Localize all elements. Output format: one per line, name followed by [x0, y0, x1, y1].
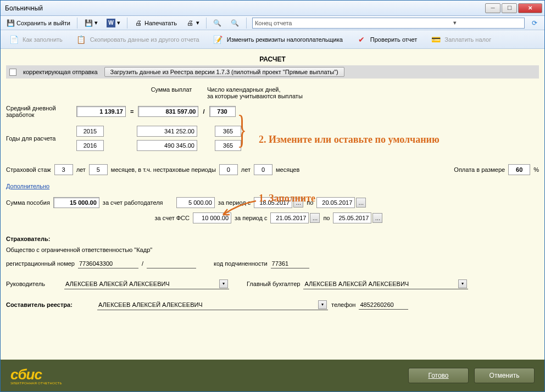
reg-number-2[interactable] [147, 259, 196, 268]
fss-to-date[interactable]: 25.05.2017 [333, 212, 371, 223]
benefit-sum[interactable]: 15 000.00 [53, 197, 99, 208]
avg-value[interactable]: 1 139.17 [76, 106, 126, 117]
fss-amount[interactable]: 10 000.00 [193, 212, 231, 223]
header-days: Число календарных дней, за которые учиты… [207, 86, 317, 99]
year-0[interactable]: 2015 [76, 126, 104, 137]
correcting-checkbox[interactable] [9, 69, 16, 76]
help-icon: 📄 [8, 34, 19, 45]
insurer-org: Общество с ограниченной ответственностью… [6, 247, 539, 253]
content-area: РАСЧЕТ корректирующая отправка Загрузить… [1, 49, 544, 360]
calendar-button[interactable]: … [293, 198, 303, 208]
toolbar-secondary: 📄 Как заполнить 📋 Скопировать данные из … [1, 30, 544, 49]
pay-tax-button[interactable]: 💳 Заплатить налог [426, 32, 496, 47]
cancel-button[interactable]: Отменить [474, 368, 535, 383]
exp-label: Страховой стаж [6, 166, 51, 173]
year-0-sum[interactable]: 341 252.00 [137, 126, 197, 137]
chevron-down-icon: ▾ [458, 279, 467, 288]
print-button[interactable]: 🖨 Напечатать [131, 17, 180, 29]
calendar-button[interactable]: … [310, 213, 320, 223]
reg-number[interactable] [78, 259, 138, 268]
ok-button[interactable]: Готово [408, 368, 469, 383]
window-title: Больничный [3, 4, 485, 12]
years-label: Годы для расчета [6, 135, 72, 142]
how-fill-button[interactable]: 📄 Как заполнить [4, 32, 67, 47]
load-registry-button[interactable]: Загрузить данные из Реестра версии 1.7.3… [104, 67, 344, 77]
correcting-row: корректирующая отправка Загрузить данные… [6, 65, 539, 79]
maximize-button[interactable]: ☐ [502, 3, 517, 13]
avg-label: Средний дневной заработок [6, 105, 72, 118]
year-1-days[interactable]: 365 [215, 140, 241, 151]
year-1[interactable]: 2016 [76, 140, 104, 151]
edit-icon: 📝 [213, 34, 224, 45]
year-0-days[interactable]: 365 [215, 126, 241, 137]
printer-icon: 🖨 [134, 19, 143, 27]
employer-amount[interactable]: 5 000.00 [176, 197, 215, 208]
word-button[interactable]: W▾ [103, 17, 124, 29]
insurer-title: Страхователь: [6, 236, 539, 242]
logo: сбис ЭЛЕКТРОННАЯ ОТЧЕТНОСТЬ [10, 366, 62, 385]
chevron-down-icon: ▾ [388, 19, 522, 26]
titlebar: Больничный ─ ☐ ✕ [1, 1, 544, 16]
word-icon: W [107, 19, 115, 27]
calendar-button[interactable]: … [372, 213, 382, 223]
refresh-icon: ⟳ [530, 19, 539, 27]
zoom-out-icon: 🔍 [231, 19, 240, 27]
footer: сбис ЭЛЕКТРОННАЯ ОТЧЕТНОСТЬ Готово Отмен… [1, 360, 544, 391]
save-exit-icon: 💾 [6, 19, 15, 27]
pay-pct[interactable]: 60 [508, 164, 530, 175]
section-title: РАСЧЕТ [6, 53, 539, 65]
benefit-sum-label: Сумма пособия [6, 199, 50, 206]
zoom-in-icon: 🔍 [213, 19, 222, 27]
head-combo[interactable]: АЛЕКСЕЕВ АЛЕКСЕЙ АЛЕКСЕЕВИЧ ▾ [64, 278, 229, 289]
phone-input[interactable] [359, 300, 408, 310]
fss-from-date[interactable]: 21.05.2017 [270, 212, 309, 223]
sub-code[interactable] [271, 259, 309, 268]
copy-icon: 📋 [76, 34, 87, 45]
additional-link[interactable]: Дополнительно [6, 183, 49, 189]
refresh-button[interactable]: ⟳ [527, 17, 542, 29]
zoom-out-button[interactable]: 🔍 [227, 17, 243, 29]
ni-years[interactable]: 0 [219, 164, 238, 175]
print-settings-icon: 🖨 [186, 19, 194, 27]
minimize-button[interactable]: ─ [485, 3, 500, 13]
disk-icon: 💾 [84, 19, 93, 27]
check-report-button[interactable]: ✔ Проверить отчет [352, 32, 422, 47]
toolbar-primary: 💾 Сохранить и выйти 💾▾ W▾ 🖨 Напечатать 🖨… [1, 16, 544, 30]
zoom-in-button[interactable]: 🔍 [210, 17, 225, 29]
emp-to-date[interactable]: 20.05.2017 [316, 197, 355, 208]
check-icon: ✔ [356, 34, 367, 45]
exp-years[interactable]: 3 [54, 164, 73, 175]
header-sum: Сумма выплат [136, 86, 207, 99]
copy-data-button[interactable]: 📋 Скопировать данные из другого отчета [71, 32, 204, 47]
accountant-combo[interactable]: АЛЕКСЕЕВ АЛЕКСЕЙ АЛЕКСЕЕВИЧ ▾ [303, 278, 468, 289]
save-exit-button[interactable]: 💾 Сохранить и выйти [3, 17, 74, 29]
total-sum[interactable]: 831 597.00 [138, 106, 198, 117]
total-days[interactable]: 730 [209, 106, 236, 117]
exp-months[interactable]: 5 [89, 164, 108, 175]
save-button[interactable]: 💾▾ [81, 17, 101, 29]
close-button[interactable]: ✕ [518, 3, 542, 13]
calendar-button[interactable]: … [356, 198, 366, 208]
chevron-down-icon: ▾ [318, 300, 327, 309]
section-combo[interactable]: Конец отчета ▾ [252, 18, 525, 29]
print-dropdown[interactable]: 🖨▾ [182, 17, 203, 29]
chevron-down-icon: ▾ [219, 279, 228, 288]
emp-from-date[interactable]: 18.05.2017 [254, 197, 292, 208]
change-requisites-button[interactable]: 📝 Изменить реквизиты налогоплательщика [208, 32, 347, 47]
correcting-label: корректирующая отправка [23, 69, 98, 75]
pay-icon: 💳 [430, 34, 441, 45]
compiler-combo[interactable]: АЛЕКСЕЕВ АЛЕКСЕЙ АЛЕКСЕЕВИЧ ▾ [97, 299, 328, 310]
year-1-sum[interactable]: 490 345.00 [137, 140, 197, 151]
ni-months[interactable]: 0 [254, 164, 272, 175]
